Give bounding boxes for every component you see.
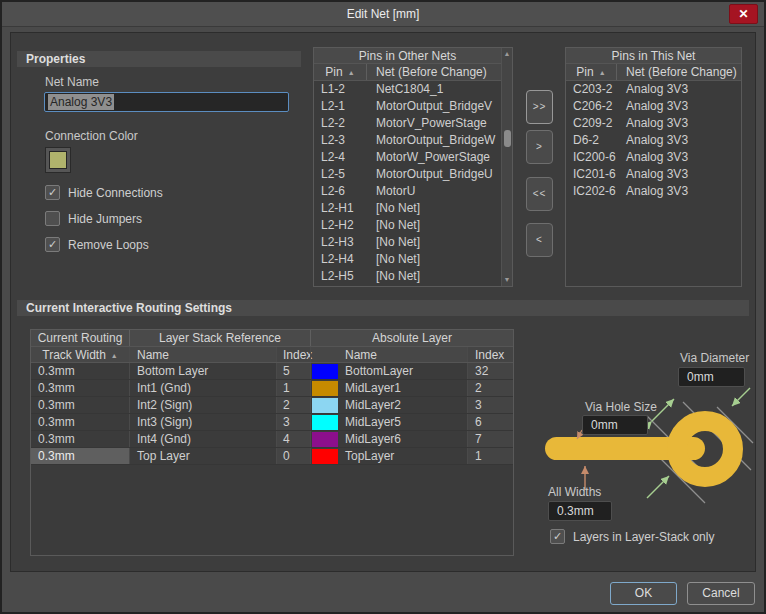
pin-list-row[interactable]: C203-2 Analog 3V3	[566, 81, 741, 98]
abs-index-column-header[interactable]: Index	[467, 347, 513, 362]
via-diameter-field[interactable]: 0mm	[678, 367, 745, 387]
routing-table-row[interactable]: 0.3mm Int1 (Gnd) 1 MidLayer1 2	[31, 380, 513, 397]
pin-list-row[interactable]: IC201-6 Analog 3V3	[566, 166, 741, 183]
layers-in-stack-label: Layers in Layer-Stack only	[573, 530, 714, 544]
move-all-left-button[interactable]: <<	[526, 177, 553, 211]
pin-list-row[interactable]: L2-H3 [No Net]	[314, 234, 501, 251]
diameter-arrow	[647, 476, 669, 498]
layer-color-swatch	[312, 364, 338, 379]
pin-list-row[interactable]: C206-2 Analog 3V3	[566, 98, 741, 115]
color-column-header	[310, 347, 338, 362]
move-left-button[interactable]: <	[526, 223, 553, 257]
pin-list-row[interactable]: L2-H4 [No Net]	[314, 251, 501, 268]
pin-list-row[interactable]: L2-H1 [No Net]	[314, 200, 501, 217]
pin-list-row[interactable]: L2-2 MotorV_PowerStage	[314, 115, 501, 132]
net-cell: Analog 3V3	[616, 98, 741, 115]
move-all-right-button[interactable]: >>	[526, 90, 553, 124]
ref-index-cell: 0	[276, 448, 310, 464]
move-right-button[interactable]: >	[526, 130, 553, 164]
all-widths-field[interactable]: 0.3mm	[548, 501, 612, 521]
ref-name-column-header[interactable]: Name	[129, 347, 276, 362]
pins-other-nets-body: L1-2 NetC1804_1 L2-1 MotorOutput_BridgeV…	[314, 81, 501, 285]
properties-section-header: Properties	[17, 51, 301, 67]
ok-button[interactable]: OK	[610, 582, 677, 605]
net-cell: Analog 3V3	[616, 166, 741, 183]
abs-index-cell: 32	[467, 363, 513, 379]
sort-asc-icon: ▲	[111, 352, 118, 359]
title-bar[interactable]: Edit Net [mm] ✕	[2, 2, 764, 27]
pins-other-nets-title: Pins in Other Nets	[314, 48, 501, 64]
ref-index-column-header[interactable]: Index	[276, 347, 310, 362]
pin-list-row[interactable]: C209-2 Analog 3V3	[566, 115, 741, 132]
pin-cell: L2-4	[314, 149, 366, 166]
routing-table-row[interactable]: 0.3mm Bottom Layer 5 BottomLayer 32	[31, 363, 513, 380]
layer-color-cell	[310, 397, 338, 413]
routing-table-row[interactable]: 0.3mm Top Layer 0 TopLayer 1	[31, 448, 513, 465]
pin-list-row[interactable]: L2-6 MotorU	[314, 183, 501, 200]
track-width-cell[interactable]: 0.3mm	[31, 363, 129, 379]
cancel-button[interactable]: Cancel	[687, 582, 755, 605]
pins-other-scrollbar[interactable]: ▲ ▼	[501, 48, 512, 286]
layer-color-cell	[310, 363, 338, 379]
pin-cell: C209-2	[566, 115, 616, 132]
routing-table-row[interactable]: 0.3mm Int3 (Sign) 3 MidLayer5 6	[31, 414, 513, 431]
pin-list-row[interactable]: L2-4 MotorW_PowerStage	[314, 149, 501, 166]
pin-list-row[interactable]: L2-H2 [No Net]	[314, 217, 501, 234]
track-width-cell[interactable]: 0.3mm	[31, 431, 129, 447]
abs-name-cell: MidLayer1	[338, 380, 467, 396]
net-cell: Analog 3V3	[616, 183, 741, 200]
layers-in-stack-checkbox[interactable]: ✓	[550, 529, 565, 544]
ref-index-cell: 4	[276, 431, 310, 447]
net-column-header[interactable]: Net (Before Change)	[616, 64, 741, 80]
pin-list-row[interactable]: L1-2 NetC1804_1	[314, 81, 501, 98]
net-cell: Analog 3V3	[616, 81, 741, 98]
pins-other-nets-header[interactable]: Pin▲ Net (Before Change)	[314, 64, 501, 81]
track-width-cell[interactable]: 0.3mm	[31, 448, 129, 464]
content-panel: Properties Net Name Analog 3V3 Connectio…	[10, 32, 756, 572]
track-width-cell[interactable]: 0.3mm	[31, 414, 129, 430]
via-hole-size-field[interactable]: 0mm	[582, 415, 648, 435]
hide-jumpers-checkbox[interactable]	[45, 211, 60, 226]
scroll-up-icon[interactable]: ▲	[502, 49, 512, 59]
pin-list-row[interactable]: IC202-6 Analog 3V3	[566, 183, 741, 200]
scroll-down-icon[interactable]: ▼	[502, 275, 512, 285]
net-cell: [No Net]	[366, 268, 501, 285]
abs-name-cell: BottomLayer	[338, 363, 467, 379]
track-width-column-header[interactable]: Track Width▲	[31, 347, 129, 362]
scrollbar-thumb[interactable]	[504, 130, 511, 147]
pin-cell: L1-2	[314, 81, 366, 98]
pin-list-row[interactable]: IC200-6 Analog 3V3	[566, 149, 741, 166]
pin-cell: L2-1	[314, 98, 366, 115]
hide-jumpers-row: Hide Jumpers	[45, 211, 142, 226]
pin-list-row[interactable]: D6-2 Analog 3V3	[566, 132, 741, 149]
routing-column-header[interactable]: Track Width▲ Name Index Name Index	[31, 347, 513, 363]
routing-table-row[interactable]: 0.3mm Int4 (Gnd) 4 MidLayer6 7	[31, 431, 513, 448]
close-icon[interactable]: ✕	[729, 4, 758, 24]
ref-index-cell: 3	[276, 414, 310, 430]
pin-column-header[interactable]: Pin▲	[566, 64, 616, 80]
abs-name-cell: MidLayer6	[338, 431, 467, 447]
layer-color-cell	[310, 431, 338, 447]
track-width-cell[interactable]: 0.3mm	[31, 380, 129, 396]
layer-color-cell	[310, 380, 338, 396]
ref-index-cell: 5	[276, 363, 310, 379]
pin-cell: C206-2	[566, 98, 616, 115]
pins-this-net-header[interactable]: Pin▲ Net (Before Change)	[566, 64, 741, 81]
track-width-cell[interactable]: 0.3mm	[31, 397, 129, 413]
pin-cell: L2-H5	[314, 268, 366, 285]
layer-stack-reference-group-header: Layer Stack Reference	[129, 330, 310, 346]
pin-list-row[interactable]: L2-5 MotorOutput_BridgeU	[314, 166, 501, 183]
net-name-input[interactable]: Analog 3V3	[44, 92, 289, 112]
pin-list-row[interactable]: L2-H5 [No Net]	[314, 268, 501, 285]
connection-color-button[interactable]	[45, 147, 71, 173]
routing-table-row[interactable]: 0.3mm Int2 (Sign) 2 MidLayer2 3	[31, 397, 513, 414]
hide-connections-checkbox[interactable]: ✓	[45, 185, 60, 200]
via-diameter-label: Via Diameter	[680, 351, 749, 365]
pin-list-row[interactable]: L2-1 MotorOutput_BridgeV	[314, 98, 501, 115]
abs-name-column-header[interactable]: Name	[338, 347, 467, 362]
pin-list-row[interactable]: L2-3 MotorOutput_BridgeW	[314, 132, 501, 149]
remove-loops-checkbox[interactable]: ✓	[45, 237, 60, 252]
pin-column-header[interactable]: Pin▲	[314, 64, 366, 80]
net-column-header[interactable]: Net (Before Change)	[366, 64, 501, 80]
pin-cell: IC201-6	[566, 166, 616, 183]
